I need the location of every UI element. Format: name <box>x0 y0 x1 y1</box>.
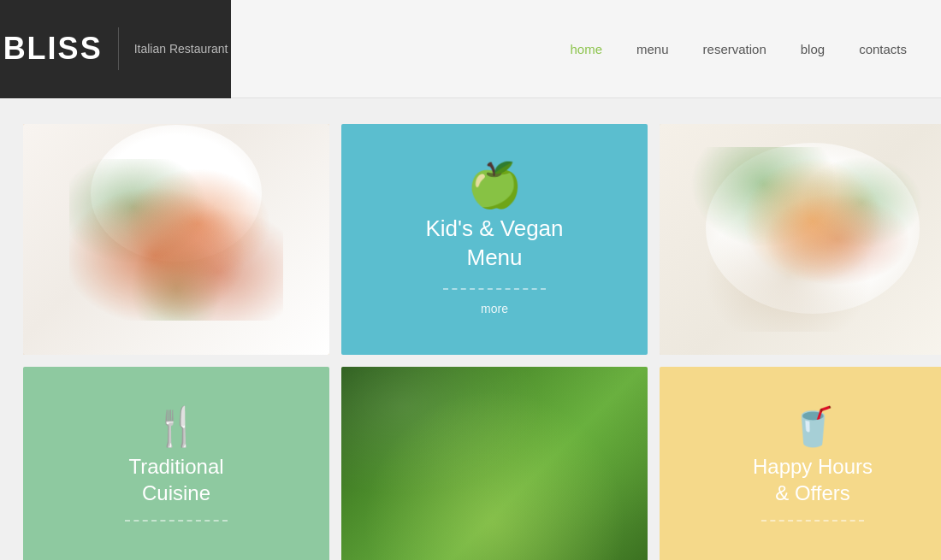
nav-blog[interactable]: blog <box>801 42 825 56</box>
nav-menu[interactable]: menu <box>636 42 669 56</box>
cell-salmon-photo <box>23 124 329 355</box>
logo-area: BLISS Italian Restaurant <box>0 0 231 98</box>
cell-seafood-photo <box>660 124 941 355</box>
kids-vegan-more[interactable]: more <box>481 302 508 315</box>
happy-hours-title: Happy Hours& Offers <box>753 453 873 506</box>
cell-happy-hours[interactable]: 🥤 Happy Hours& Offers <box>660 367 941 560</box>
traditional-title: TraditionalCuisine <box>128 453 223 506</box>
logo-name: BLISS <box>3 31 103 67</box>
kids-vegan-title: Kid's & VeganMenu <box>425 215 563 273</box>
kids-vegan-divider <box>443 288 546 290</box>
happy-hours-divider <box>761 520 864 522</box>
cell-kids-vegan-menu[interactable]: 🍏 Kid's & VeganMenu more <box>341 124 648 355</box>
traditional-divider <box>125 520 228 522</box>
nav-home[interactable]: home <box>571 42 603 56</box>
cell-herb-photo <box>341 367 648 560</box>
logo-divider <box>118 27 119 70</box>
content-grid: 🍏 Kid's & VeganMenu more 🍴 TraditionalCu… <box>0 98 941 560</box>
main-nav: home menu reservation blog contacts <box>571 42 908 56</box>
drink-icon: 🥤 <box>790 409 837 446</box>
nav-contacts[interactable]: contacts <box>859 42 907 56</box>
nav-reservation[interactable]: reservation <box>703 42 766 56</box>
logo-subtitle: Italian Restaurant <box>134 42 228 56</box>
cell-traditional-cuisine[interactable]: 🍴 TraditionalCuisine <box>23 367 329 560</box>
site-header: BLISS Italian Restaurant home menu reser… <box>0 0 941 98</box>
apple-icon: 🍏 <box>467 163 523 208</box>
utensils-icon: 🍴 <box>153 409 200 446</box>
